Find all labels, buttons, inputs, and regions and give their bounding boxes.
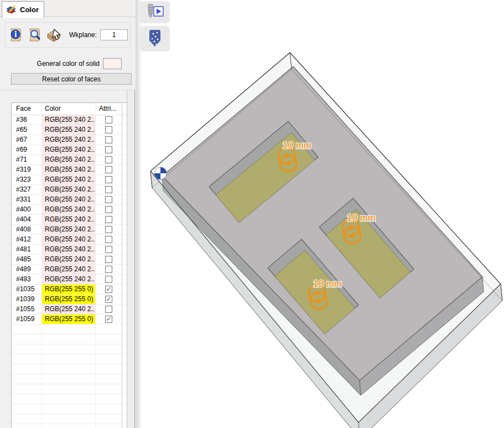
dimension-label: 10 mm [347,213,376,223]
table-body: #36RGB(255 240 2...#65RGB(255 240 2...#6… [12,115,127,428]
panel-shadow [136,0,142,428]
empty-row [12,424,127,428]
attribute-checkbox[interactable] [105,206,112,213]
face-id-cell: #493 [12,275,42,284]
face-color-cell: RGB(255 255 0) [42,314,96,324]
empty-row [12,344,127,354]
table-row[interactable]: #485RGB(255 240 2... [12,255,127,265]
attribute-checkbox[interactable] [105,236,112,243]
face-id-cell: #408 [12,225,42,234]
face-color-cell: RGB(255 240 2... [42,235,96,244]
face-color-cell: RGB(255 240 2... [42,225,96,234]
face-color-cell: RGB(255 240 2... [42,155,96,164]
col-face[interactable]: Face [12,103,42,115]
face-color-cell: RGB(255 240 2... [42,245,96,254]
table-row[interactable]: #1059RGB(255 255 0)✓ [12,314,127,324]
face-color-cell: RGB(255 240 2... [42,135,96,145]
tab-color-label: Color [20,6,39,14]
reset-faces-button[interactable]: Reset color of faces [11,73,132,85]
face-id-cell: #67 [12,135,42,145]
empty-row [12,334,127,344]
run-simulation-button[interactable] [140,1,170,23]
face-color-cell: RGB(255 240 2... [42,125,96,135]
empty-row [12,374,127,384]
attribute-checkbox[interactable] [105,156,112,163]
attribute-checkbox[interactable] [105,306,112,313]
empty-row [12,394,127,404]
face-id-cell: #1039 [12,295,42,304]
attribute-checkbox[interactable] [105,146,112,153]
attribute-checkbox[interactable] [105,246,112,253]
table-row[interactable]: #412RGB(255 240 2... [12,235,127,245]
table-row[interactable]: #1035RGB(255 255 0)✓ [12,285,127,295]
face-toolbar: Wkplane: [4,22,131,48]
attribute-checkbox[interactable]: ✓ [105,316,112,323]
empty-row [12,404,127,414]
wkplane-input[interactable] [100,29,128,40]
face-id-cell: #489 [12,265,42,274]
face-id-cell: #485 [12,255,42,264]
table-row[interactable]: #331RGB(255 240 2... [12,195,127,205]
attribute-checkbox[interactable] [105,126,112,133]
face-id-cell: #327 [12,185,42,194]
attribute-checkbox[interactable] [105,196,112,203]
general-color-swatch[interactable] [103,58,122,69]
empty-row [12,384,127,394]
tab-color[interactable]: Color [2,1,44,18]
face-color-cell: RGB(255 240 2... [42,255,96,264]
col-attri[interactable]: Attri... [96,103,122,115]
attribute-checkbox[interactable]: ✓ [105,296,112,303]
face-color-cell: RGB(255 240 2... [42,265,96,274]
face-color-cell: RGB(255 240 2... [42,145,96,154]
face-color-cell: RGB(255 240 2... [42,275,96,284]
panel-divider [0,90,136,90]
attribute-checkbox[interactable] [105,216,112,223]
table-row[interactable]: #493RGB(255 240 2... [12,275,127,285]
face-pick-button[interactable] [46,27,61,43]
attribute-checkbox[interactable] [105,256,112,263]
face-id-cell: #71 [12,155,42,164]
table-row[interactable]: #319RGB(255 240 2... [12,165,127,175]
table-row[interactable]: #404RGB(255 240 2... [12,215,127,225]
face-color-cell: RGB(255 240 2... [42,195,96,204]
attribute-checkbox[interactable] [105,116,112,123]
col-color[interactable]: Color [42,103,96,115]
table-row[interactable]: #400RGB(255 240 2... [12,205,127,215]
face-id-cell: #400 [12,205,42,214]
table-row[interactable]: #65RGB(255 240 2... [12,125,127,135]
dimension-label: 10 mm [283,140,311,151]
face-info-button[interactable] [8,27,24,43]
attribute-checkbox[interactable]: ✓ [105,286,112,293]
table-row[interactable]: #1055RGB(255 240 2... [12,305,127,314]
attribute-checkbox[interactable] [105,276,112,283]
table-row[interactable]: #408RGB(255 240 2... [12,225,127,235]
attribute-checkbox[interactable] [105,226,112,233]
table-row[interactable]: #67RGB(255 240 2... [12,135,127,145]
wkplane-label: Wkplane: [69,31,97,39]
table-row[interactable]: #36RGB(255 240 2... [12,115,127,125]
attribute-checkbox[interactable] [105,266,112,273]
face-color-table: Face Color Attri... #36RGB(255 240 2...#… [11,102,127,428]
table-header: Face Color Attri... [12,103,127,115]
attribute-checkbox[interactable] [105,186,112,193]
table-row[interactable]: #323RGB(255 240 2... [12,175,127,185]
attribute-checkbox[interactable] [105,176,112,183]
attribute-checkbox[interactable] [105,166,112,173]
table-row[interactable]: #489RGB(255 240 2... [12,265,127,275]
face-color-cell: RGB(255 240 2... [42,185,96,194]
origin-marker [154,167,167,179]
attribute-checkbox[interactable] [105,136,112,143]
face-inspect-button[interactable] [27,27,43,43]
face-color-cell: RGB(255 240 2... [42,215,96,224]
face-id-cell: #319 [12,165,42,174]
face-id-cell: #1055 [12,305,42,314]
table-row[interactable]: #69RGB(255 240 2... [12,145,127,155]
table-row[interactable]: #327RGB(255 240 2... [12,185,127,195]
color-palette-icon [6,5,17,14]
milling-tool-button[interactable] [140,26,170,51]
table-row[interactable]: #1039RGB(255 255 0)✓ [12,295,127,305]
face-id-cell: #36 [12,115,42,125]
table-row[interactable]: #481RGB(255 240 2... [12,245,127,255]
table-scrollbar[interactable] [127,90,135,428]
table-row[interactable]: #71RGB(255 240 2... [12,155,127,165]
